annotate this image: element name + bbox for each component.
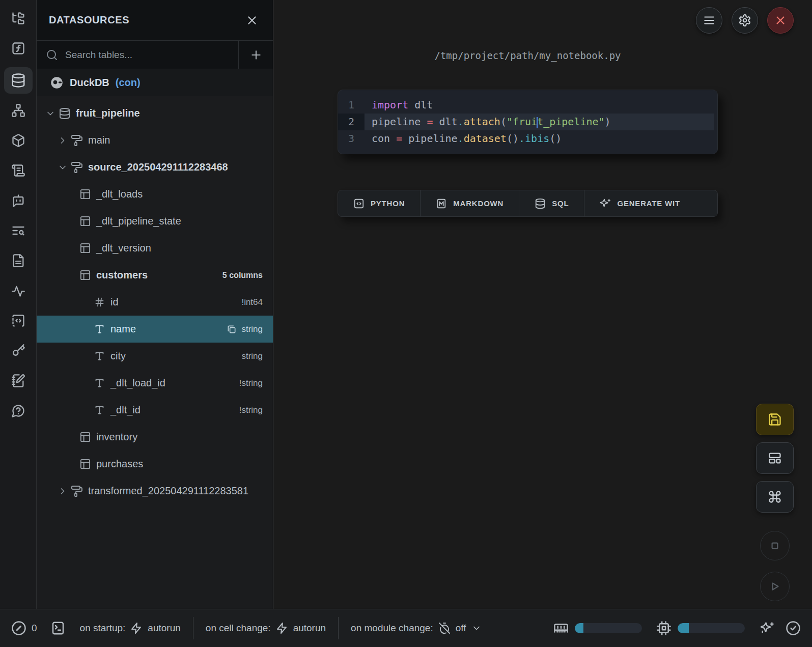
tracing-icon[interactable] xyxy=(6,279,31,302)
number-type-icon xyxy=(93,297,106,307)
ai-chat-icon[interactable] xyxy=(6,189,31,212)
tree-item-schema[interactable]: transformed_202504291112283581 xyxy=(37,477,273,504)
tree-item-column[interactable]: city string xyxy=(37,343,273,370)
tree-item-table[interactable]: _dlt_loads xyxy=(37,181,273,208)
add-datasource-button[interactable] xyxy=(238,41,273,69)
status-bar: 0 on startup: autorun on cell change: au… xyxy=(0,609,812,647)
stop-button[interactable] xyxy=(760,531,790,560)
connection-duckdb[interactable]: DuckDB (con) xyxy=(37,69,273,96)
tree-item-column-selected[interactable]: name string xyxy=(37,316,273,343)
table-icon xyxy=(78,431,92,443)
on-startup-toggle[interactable]: on startup: autorun xyxy=(80,622,181,634)
sparkles-icon xyxy=(600,198,611,209)
generate-with-ai-button[interactable]: GENERATE WIT xyxy=(584,190,695,216)
copy-icon[interactable] xyxy=(227,324,237,334)
tree-item-label: _dlt_id xyxy=(110,404,141,416)
secrets-icon[interactable] xyxy=(6,340,31,362)
column-type: string xyxy=(241,324,263,334)
column-type: !int64 xyxy=(241,297,263,307)
cpu-usage xyxy=(656,621,745,636)
app-window: DATASOURCES DuckDB (con) fruit_pi xyxy=(0,0,812,647)
add-markdown-cell-button[interactable]: MARKDOWN xyxy=(420,190,519,216)
tree-item-label: name xyxy=(110,323,136,335)
add-python-cell-button[interactable]: PYTHON xyxy=(338,190,420,216)
dependencies-icon[interactable] xyxy=(6,99,31,122)
terminal-icon xyxy=(50,621,66,636)
tree-item-table[interactable]: inventory xyxy=(37,424,273,451)
snippets-icon[interactable] xyxy=(6,310,31,332)
column-type: !string xyxy=(239,405,263,415)
activity-rail xyxy=(0,0,37,609)
tree-item-label: _dlt_version xyxy=(96,242,151,254)
chevron-down-icon xyxy=(45,108,56,119)
menu-button[interactable] xyxy=(696,7,722,34)
on-module-change-toggle[interactable]: on module change: off xyxy=(351,622,481,634)
settings-button[interactable] xyxy=(732,7,758,34)
sparkles-icon xyxy=(760,621,774,635)
tree-item-table[interactable]: _dlt_version xyxy=(37,235,273,262)
duckdb-logo-icon xyxy=(50,76,64,90)
documentation-icon[interactable] xyxy=(6,249,31,272)
text-type-icon xyxy=(93,324,106,334)
add-sql-cell-button[interactable]: SQL xyxy=(519,190,584,216)
help-icon[interactable] xyxy=(6,400,31,422)
search-input[interactable] xyxy=(65,49,229,61)
error-counter[interactable]: 0 xyxy=(11,621,37,636)
close-panel-icon[interactable] xyxy=(243,12,261,29)
logs-icon[interactable] xyxy=(6,159,31,182)
functions-icon[interactable] xyxy=(6,37,31,60)
tree-item-table[interactable]: customers 5 columns xyxy=(37,262,273,289)
datasources-icon[interactable] xyxy=(4,67,33,94)
on-startup-value: autorun xyxy=(148,623,180,634)
on-module-change-label: on module change: xyxy=(351,623,433,634)
tree-item-label: _dlt_loads xyxy=(96,188,143,200)
panel-header: DATASOURCES xyxy=(37,0,273,41)
tree-item-database[interactable]: fruit_pipeline xyxy=(37,100,273,127)
tree-item-label: purchases xyxy=(96,458,143,470)
code-cell[interactable]: 1 import dlt 2 pipeline = dlt.attach("fr… xyxy=(338,90,718,154)
line-number: 1 xyxy=(338,97,365,114)
on-startup-label: on startup: xyxy=(80,623,126,634)
column-type: string xyxy=(241,351,263,361)
errors-icon xyxy=(11,621,26,636)
tree-item-schema[interactable]: source_202504291112283468 xyxy=(37,154,273,181)
tree-item-schema[interactable]: main xyxy=(37,127,273,154)
connection-status-button[interactable] xyxy=(786,621,801,636)
run-button[interactable] xyxy=(760,572,790,601)
find-in-logs-icon[interactable] xyxy=(6,219,31,242)
panel-title: DATASOURCES xyxy=(49,14,243,26)
connection-variable: (con) xyxy=(116,77,141,89)
terminal-button[interactable] xyxy=(50,621,66,636)
tree-item-label: fruit_pipeline xyxy=(76,107,140,119)
file-tree-icon[interactable] xyxy=(6,7,31,30)
search-row xyxy=(37,41,273,69)
save-button[interactable] xyxy=(756,404,794,435)
markdown-icon xyxy=(436,198,447,209)
add-cell-toolbar: PYTHON MARKDOWN SQL GENERATE WIT xyxy=(338,190,718,217)
on-cell-change-label: on cell change: xyxy=(206,623,271,634)
packages-icon[interactable] xyxy=(6,129,31,152)
database-icon xyxy=(535,198,546,209)
keyboard-shortcuts-button[interactable] xyxy=(756,481,794,513)
table-icon xyxy=(78,215,92,227)
chevron-right-icon xyxy=(57,486,68,496)
error-count: 0 xyxy=(32,623,37,634)
column-count: 5 columns xyxy=(222,271,263,280)
layout-toggle-button[interactable] xyxy=(756,442,794,474)
on-cell-change-toggle[interactable]: on cell change: autorun xyxy=(206,622,326,634)
connection-engine: DuckDB xyxy=(70,77,109,89)
datasource-tree: fruit_pipeline main source_2025042911122… xyxy=(37,96,273,609)
table-icon xyxy=(78,458,92,470)
ai-assistant-button[interactable] xyxy=(760,621,774,635)
tree-item-column[interactable]: _dlt_id !string xyxy=(37,397,273,424)
table-icon xyxy=(78,188,92,200)
tree-item-table[interactable]: purchases xyxy=(37,451,273,477)
tree-item-column[interactable]: id !int64 xyxy=(37,289,273,316)
tree-item-table[interactable]: _dlt_pipeline_state xyxy=(37,208,273,235)
scratchpad-icon[interactable] xyxy=(6,370,31,392)
tree-item-column[interactable]: _dlt_load_id !string xyxy=(37,370,273,397)
cpu-icon xyxy=(656,621,671,636)
tree-item-label: _dlt_load_id xyxy=(110,377,165,389)
cpu-bar-fill xyxy=(678,623,689,633)
shutdown-button[interactable] xyxy=(767,7,794,34)
